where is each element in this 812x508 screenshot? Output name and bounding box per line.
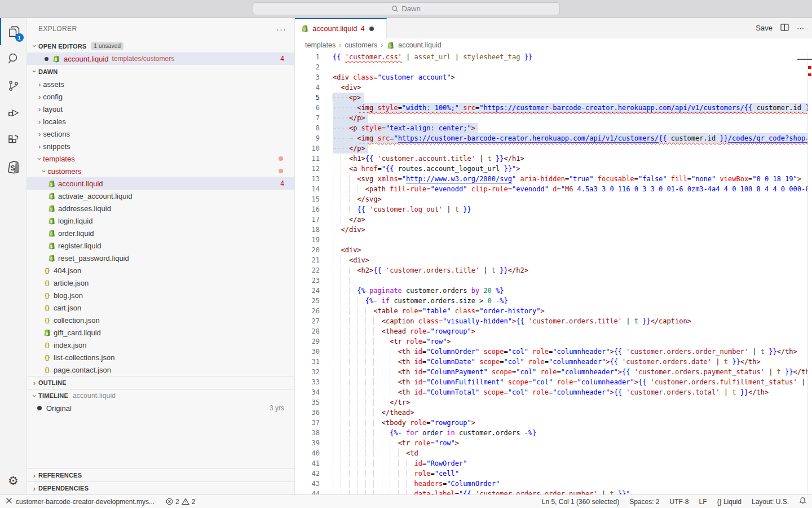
- breadcrumbs[interactable]: templates›customers›Saccount.liquid: [295, 38, 812, 52]
- code-line-41[interactable]: 41 id="RowOrder": [295, 458, 812, 468]
- remote-indicator-icon[interactable]: [6, 497, 12, 506]
- code-line-4[interactable]: 4 <div>: [295, 82, 812, 93]
- more-actions-icon[interactable]: ···: [276, 24, 286, 34]
- tree-row-account-liquid[interactable]: Saccount.liquid4: [27, 177, 294, 190]
- tree-row-layout[interactable]: ›layout: [27, 103, 294, 115]
- code-line-29[interactable]: 29 <tr role="row">: [295, 336, 812, 347]
- open-editors-header[interactable]: › OPEN EDITORS 1 unsaved: [27, 40, 294, 52]
- code-line-25[interactable]: 25 {%- if customer.orders.size > 0 -%}: [295, 296, 812, 306]
- tree-row-activate-account-liquid[interactable]: Sactivate_account.liquid: [27, 190, 294, 202]
- tree-row-assets[interactable]: ›assets: [27, 78, 294, 90]
- tab-account-liquid[interactable]: S account.liquid 4: [295, 18, 387, 38]
- tree-row-customers[interactable]: ›customers: [27, 165, 294, 177]
- tree-row-reset-password-liquid[interactable]: Sreset_password.liquid: [27, 252, 294, 264]
- code-line-26[interactable]: 26 <table role="table" class="order-hist…: [295, 306, 812, 316]
- references-section[interactable]: › REFERENCES: [27, 468, 294, 481]
- code-line-6[interactable]: 6······<img style="width: 100%;" src="ht…: [295, 103, 812, 113]
- status-ln[interactable]: Ln 5, Col 1 (360 selected): [542, 498, 619, 506]
- code-line-13[interactable]: 13 <svg xmlns="http://www.w3.org/2000/sv…: [295, 174, 812, 184]
- editor-more-actions-icon[interactable]: ···: [797, 24, 804, 32]
- code-line-23[interactable]: 23: [295, 275, 812, 286]
- code-line-24[interactable]: 24 {% paginate customer.orders by 20 %}: [295, 286, 812, 296]
- code-line-38[interactable]: 38 {%- for order in customer.orders -%}: [295, 428, 812, 438]
- tree-row-page-contact-json[interactable]: {}page.contact.json: [27, 364, 294, 376]
- tree-row-index-json[interactable]: {}index.json: [27, 339, 294, 351]
- search-icon[interactable]: [0, 45, 27, 72]
- timeline-item[interactable]: Original 3 yrs: [27, 402, 294, 414]
- code-line-16[interactable]: 16 {{ 'customer.log_out' | t }}: [295, 204, 812, 214]
- code-line-43[interactable]: 43 headers="ColumnOrder": [295, 479, 812, 489]
- code-line-37[interactable]: 37 <tbody role="rowgroup">: [295, 418, 812, 428]
- dependencies-section[interactable]: › DEPENDENCIES: [27, 481, 294, 494]
- tree-row-config[interactable]: ›config: [27, 90, 294, 103]
- status-spaces[interactable]: Spaces: 2: [629, 498, 659, 506]
- unsaved-dot-icon[interactable]: [369, 27, 374, 31]
- run-debug-icon[interactable]: [0, 99, 27, 126]
- code-line-11[interactable]: 11 <h1>{{ 'customer.account.title' | t }…: [295, 154, 812, 164]
- tree-row-register-liquid[interactable]: Sregister.liquid: [27, 239, 294, 252]
- settings-gear-icon[interactable]: ⚙: [0, 467, 27, 494]
- code-line-35[interactable]: 35 </tr>: [295, 397, 812, 408]
- open-editor-item[interactable]: S account.liquid templates/customers 4: [27, 52, 294, 65]
- tree-row-list-collections-json[interactable]: {}list-collections.json: [27, 351, 294, 364]
- code-line-34[interactable]: 34 <th id="ColumnTotal" scope="col" role…: [295, 387, 812, 397]
- code-line-1[interactable]: 1{{ 'customer.css' | asset_url | stylesh…: [295, 52, 812, 62]
- code-line-3[interactable]: 3<div class="customer account">: [295, 72, 812, 82]
- code-line-17[interactable]: 17 </a>: [295, 214, 812, 225]
- code-line-42[interactable]: 42 role="cell": [295, 468, 812, 479]
- code-line-8[interactable]: 8····<p style="text-align: center;">: [295, 123, 812, 133]
- explorer-icon[interactable]: 1: [0, 18, 27, 45]
- code-line-44[interactable]: 44 data-label="{{ 'customer.orders.order…: [295, 489, 812, 494]
- code-editor[interactable]: 1{{ 'customer.css' | asset_url | stylesh…: [295, 52, 812, 494]
- code-line-32[interactable]: 32 <th id="ColumnPayment" scope="col" ro…: [295, 367, 812, 377]
- code-line-36[interactable]: 36 </thead>: [295, 408, 812, 418]
- code-line-30[interactable]: 30 <th id="ColumnOrder" scope="col" role…: [295, 347, 812, 357]
- code-line-5[interactable]: 5····<p>: [295, 93, 812, 103]
- code-line-15[interactable]: 15 </svg>: [295, 194, 812, 204]
- overview-ruler[interactable]: [807, 52, 812, 494]
- status-utf8[interactable]: UTF-8: [670, 498, 689, 506]
- tree-row-sections[interactable]: ›sections: [27, 128, 294, 140]
- code-line-14[interactable]: 14 <path fill-rule="evenodd" clip-rule="…: [295, 184, 812, 194]
- split-editor-icon[interactable]: [780, 24, 789, 33]
- code-line-27[interactable]: 27 <caption class="visually-hidden">{{ '…: [295, 316, 812, 326]
- code-line-28[interactable]: 28 <thead role="rowgroup">: [295, 326, 812, 336]
- status-layout[interactable]: Layout: U.S.: [752, 498, 789, 506]
- code-line-7[interactable]: 7····</p>: [295, 113, 812, 123]
- code-line-22[interactable]: 22 <h2>{{ 'customer.orders.title' | t }}…: [295, 265, 812, 275]
- workspace-root[interactable]: › DAWN: [27, 65, 294, 78]
- tree-row-collection-json[interactable]: {}collection.json: [27, 314, 294, 326]
- code-line-12[interactable]: 12 <a href="{{ routes.account_logout_url…: [295, 164, 812, 174]
- outline-section[interactable]: › OUTLINE: [27, 376, 294, 389]
- source-control-icon[interactable]: [0, 72, 27, 99]
- code-line-33[interactable]: 33 <th id="ColumnFulfillment" scope="col…: [295, 377, 812, 387]
- status-[interactable]: {} Liquid: [717, 498, 742, 506]
- code-line-21[interactable]: 21 <div>: [295, 255, 812, 265]
- breadcrumb-account-liquid[interactable]: account.liquid: [398, 41, 441, 49]
- breadcrumb-templates[interactable]: templates: [305, 41, 336, 49]
- tree-row-cart-json[interactable]: {}cart.json: [27, 301, 294, 314]
- tree-row-article-json[interactable]: {}article.json: [27, 277, 294, 289]
- tree-row-blog-json[interactable]: {}blog.json: [27, 289, 294, 301]
- command-center-search[interactable]: Dawn: [253, 2, 560, 15]
- problems-status[interactable]: 2 2: [166, 498, 195, 506]
- tree-row-login-liquid[interactable]: Slogin.liquid: [27, 214, 294, 227]
- code-line-2[interactable]: 2: [295, 62, 812, 72]
- tree-row-404-json[interactable]: {}404.json: [27, 264, 294, 277]
- tree-row-addresses-liquid[interactable]: Saddresses.liquid: [27, 202, 294, 214]
- code-line-10[interactable]: 10····</p>: [295, 143, 812, 154]
- extensions-icon[interactable]: [0, 126, 27, 154]
- code-line-19[interactable]: 19: [295, 235, 812, 245]
- shopify-icon[interactable]: S: [0, 154, 27, 181]
- status-lf[interactable]: LF: [699, 498, 707, 506]
- save-button[interactable]: Save: [756, 24, 773, 32]
- tree-row-snippets[interactable]: ›snippets: [27, 140, 294, 152]
- tree-row-templates[interactable]: ›templates: [27, 152, 294, 165]
- notifications-bell-icon[interactable]: [799, 497, 806, 506]
- remote-host-label[interactable]: customer-barcode-creator-development.mys…: [16, 498, 155, 506]
- code-line-20[interactable]: 20 <div>: [295, 245, 812, 255]
- code-line-39[interactable]: 39 <tr role="row">: [295, 438, 812, 448]
- code-line-18[interactable]: 18 </div>: [295, 225, 812, 235]
- tree-row-order-liquid[interactable]: Sorder.liquid: [27, 227, 294, 239]
- modified-dot-icon[interactable]: [45, 57, 48, 61]
